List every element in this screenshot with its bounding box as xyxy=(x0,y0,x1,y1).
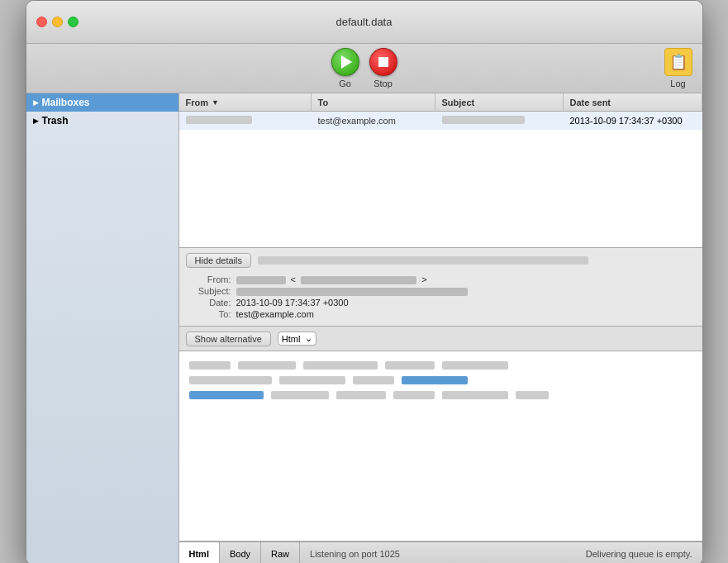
from-email-blurred xyxy=(301,276,416,284)
content-area: From ▼ To Subject Date sent xyxy=(179,93,702,563)
close-button[interactable] xyxy=(36,17,47,27)
trash-arrow-icon: ▶ xyxy=(33,117,39,125)
log-label: Log xyxy=(670,79,685,88)
detail-date-row: Date: 2013-10-09 17:34:37 +0300 xyxy=(186,298,696,308)
main-window: default.data Go Stop 📋 Log xyxy=(26,0,703,563)
tab-raw[interactable]: Raw xyxy=(261,542,300,563)
traffic-lights xyxy=(36,17,79,27)
email-list-header: From ▼ To Subject Date sent xyxy=(179,93,702,112)
email-list: test@example.com 2013-10-09 17:34:37 +03… xyxy=(179,112,702,248)
mailboxes-arrow-icon: ▶ xyxy=(33,98,39,107)
subject-label: Subject: xyxy=(186,286,231,296)
body-link[interactable] xyxy=(402,376,468,384)
subject-blurred xyxy=(236,288,468,296)
log-icon: 📋 xyxy=(664,48,692,76)
zoom-button[interactable] xyxy=(68,17,79,27)
subject-blurred xyxy=(442,116,525,124)
go-icon xyxy=(331,48,359,76)
window-title: default.data xyxy=(336,16,393,28)
queue-status: Delivering queue is empty. xyxy=(576,549,702,559)
to-value: test@example.com xyxy=(236,309,314,319)
from-label: From: xyxy=(186,274,231,284)
detail-from-row: From: < > xyxy=(186,274,696,284)
col-date-header[interactable]: Date sent xyxy=(564,93,702,111)
detail-subject-row: Subject: xyxy=(186,286,696,296)
details-area: Hide details From: < > Subject: xyxy=(179,248,702,327)
titlebar: default.data xyxy=(26,1,702,44)
from-blurred xyxy=(186,116,252,124)
col-subject-header[interactable]: Subject xyxy=(435,93,564,111)
table-row[interactable]: test@example.com 2013-10-09 17:34:37 +03… xyxy=(179,112,702,130)
from-value: < > xyxy=(236,274,427,284)
play-icon xyxy=(341,55,352,69)
email-subject-cell xyxy=(442,116,570,126)
go-button[interactable]: Go xyxy=(331,48,359,88)
date-value: 2013-10-09 17:34:37 +0300 xyxy=(236,298,349,308)
main-area: ▶ Mailboxes ▶ Trash From ▼ To Subject xyxy=(26,93,702,563)
mailboxes-label: Mailboxes xyxy=(42,97,90,108)
preview-blurred xyxy=(258,256,588,265)
sidebar: ▶ Mailboxes ▶ Trash xyxy=(26,93,179,563)
format-label: Html xyxy=(282,334,301,344)
col-from-header[interactable]: From ▼ xyxy=(179,93,312,111)
trash-label: Trash xyxy=(42,115,69,126)
stop-icon xyxy=(369,48,397,76)
show-alternative-bar: Show alternative Html ⌄ xyxy=(179,327,702,351)
status-bar: Html Body Raw Listening on port 1025 Del… xyxy=(179,542,702,563)
email-date-cell: 2013-10-09 17:34:37 +0300 xyxy=(570,116,696,126)
email-from-cell xyxy=(186,116,318,126)
from-name-blurred xyxy=(236,276,286,284)
tab-body[interactable]: Body xyxy=(220,542,261,563)
email-body xyxy=(179,351,702,542)
body-link-2[interactable] xyxy=(189,391,264,399)
body-line-2 xyxy=(189,376,692,386)
sidebar-item-trash[interactable]: ▶ Trash xyxy=(26,112,178,130)
body-line-3 xyxy=(189,391,692,401)
stop-square-icon xyxy=(378,57,388,67)
subject-value xyxy=(236,286,468,296)
details-header-row: Hide details xyxy=(186,253,696,268)
minimize-button[interactable] xyxy=(52,17,63,27)
detail-to-row: To: test@example.com xyxy=(186,309,696,319)
details-preview-text xyxy=(258,256,588,265)
to-label: To: xyxy=(186,309,231,319)
hide-details-button[interactable]: Hide details xyxy=(186,253,251,268)
stop-label: Stop xyxy=(374,79,393,88)
show-alternative-button[interactable]: Show alternative xyxy=(186,332,271,346)
body-line-1 xyxy=(189,361,692,371)
toolbar: Go Stop 📋 Log xyxy=(26,44,702,93)
tab-html[interactable]: Html xyxy=(179,542,220,563)
go-label: Go xyxy=(339,79,351,88)
toolbar-buttons: Go Stop xyxy=(331,48,397,88)
col-to-header[interactable]: To xyxy=(312,93,435,111)
listen-status: Listening on port 1025 xyxy=(300,549,576,559)
log-button[interactable]: 📋 Log xyxy=(664,48,692,88)
format-dropdown-icon: ⌄ xyxy=(305,333,312,344)
sort-arrow-icon: ▼ xyxy=(212,98,219,107)
email-to-cell: test@example.com xyxy=(318,116,442,126)
date-label: Date: xyxy=(186,298,231,308)
sidebar-item-mailboxes[interactable]: ▶ Mailboxes xyxy=(26,93,178,112)
format-select[interactable]: Html ⌄ xyxy=(278,332,317,346)
stop-button[interactable]: Stop xyxy=(369,48,397,88)
